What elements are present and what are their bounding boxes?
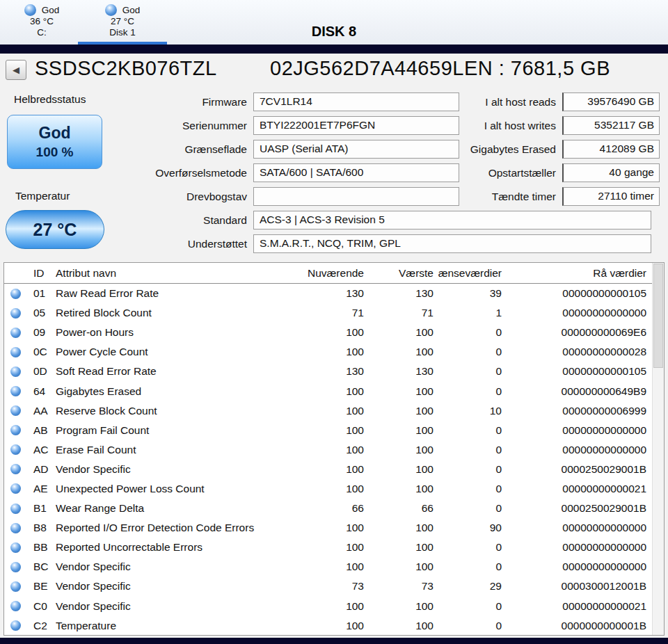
cell-raw: 000000000649B9 [504,385,652,398]
cell-id: 0D [29,365,54,378]
status-dot-icon [10,328,21,338]
health-status-button[interactable]: God 100 % [7,115,102,169]
disk-status-icon [24,4,36,16]
cell-id: BB [29,541,54,554]
cell-threshold: 0 [436,620,504,632]
cell-name: Power-on Hours [54,326,300,339]
cell-worst: 100 [366,483,436,495]
cell-worst: 100 [366,522,436,534]
cell-threshold: 0 [436,541,504,554]
cell-id: AE [29,483,54,495]
cell-name: Reported Uncorrectable Errors [54,541,300,554]
health-percent-value: 100 % [36,145,74,160]
info-label: I alt host reads [443,92,562,111]
status-dot-icon [10,347,21,357]
cell-current: 100 [300,600,366,613]
cell-raw: 000000000069E6 [504,326,652,339]
cell-id: AC [29,444,54,456]
cell-id: B1 [29,502,54,515]
disk-tab-status: God [122,5,141,16]
info-label: Drevbogstav [107,187,253,206]
table-row: 0D Soft Read Error Rate 130 130 0 000000… [4,362,652,381]
info-row: Tændte timer 27110 timer [443,187,660,206]
cell-threshold: 0 [436,600,504,613]
row-status-cell [4,308,29,319]
cell-current: 100 [300,620,366,632]
page-title: DISK 8 [0,24,668,40]
cell-raw: 00000000000021 [504,600,652,613]
cell-raw: 00000000000000 [504,444,652,456]
smart-attributes-table: ID Attribut navn Nuværende Værste ænsevæ… [3,262,665,636]
status-dot-icon [10,367,21,377]
row-status-cell [4,620,29,631]
cell-name: Reserve Block Count [54,405,300,417]
info-label: Tændte timer [443,187,562,206]
row-status-cell [4,562,29,572]
cell-id: 01 [29,287,54,300]
info-row: Gigabytes Erased 412089 GB [443,140,660,159]
scrollbar-thumb[interactable] [653,264,663,368]
cell-worst: 100 [366,463,436,476]
row-status-cell [4,444,29,455]
info-value: 7CV1LR14 [253,92,459,111]
status-dot-icon [10,405,21,416]
cell-raw: 00000000006999 [504,405,652,417]
table-scrollbar[interactable] [652,263,664,635]
cell-worst: 100 [366,326,436,339]
cell-raw: 00000000000000 [504,561,652,573]
cell-id: BC [29,561,54,573]
table-row: 01 Raw Read Error Rate 130 130 39 000000… [4,284,652,303]
drive-serial-capacity: 02JG562D7A44659LEN : 7681,5 GB [270,57,610,80]
back-button[interactable]: ◀ [6,60,26,80]
cell-worst: 71 [366,307,436,319]
row-status-cell [4,289,29,299]
status-dot-icon [10,601,21,611]
cell-current: 100 [300,522,366,534]
info-label: Overførselsmetode [107,163,253,182]
cell-id: BE [29,580,54,593]
cell-raw: 00000000000000 [504,424,652,437]
table-row: C0 Vendor Specific 100 100 0 00000000000… [4,597,652,616]
cell-current: 100 [300,405,366,417]
info-label: Grænseflade [107,140,253,159]
cell-raw: 00000000000105 [504,365,652,378]
smart-table-body: 01 Raw Read Error Rate 130 130 39 000000… [4,284,652,636]
cell-raw: 00000000000000 [504,307,652,319]
header-threshold: ænseværdier [436,263,504,283]
cell-current: 100 [300,561,366,573]
header-dot-spacer [4,263,29,283]
info-row: I alt host writes 5352117 GB [443,116,660,135]
cell-current: 130 [300,287,366,300]
cell-worst: 100 [366,346,436,358]
cell-id: AB [29,424,54,437]
status-dot-icon [10,620,21,631]
cell-threshold: 29 [436,580,504,593]
top-divider-bar [0,45,668,54]
table-row: B1 Wear Range Delta 66 66 0 000025002900… [4,499,652,518]
header-id: ID [29,263,54,283]
row-status-cell [4,386,29,396]
info-row: Opstartstæller 40 gange [443,163,660,182]
cell-worst: 100 [366,424,436,437]
cell-raw: 00000000000028 [504,346,652,358]
cell-id: 0C [29,346,54,358]
cell-current: 130 [300,365,366,378]
cell-raw: 0000000000001B [504,620,652,632]
health-status-label: Helbredsstatus [14,93,86,106]
cell-threshold: 0 [436,444,504,456]
cell-raw: 00000000000021 [504,483,652,495]
disk-tab-status: God [42,5,60,16]
cell-threshold: 0 [436,463,504,476]
status-dot-icon [10,425,21,435]
cell-id: 64 [29,385,54,398]
table-row: 05 Retired Block Count 71 71 1 000000000… [4,303,652,323]
table-row: BB Reported Uncorrectable Errors 100 100… [4,538,652,557]
status-dot-icon [10,289,21,299]
table-row: AC Erase Fail Count 100 100 0 0000000000… [4,440,652,460]
cell-threshold: 0 [436,346,504,358]
info-value: SATA/600 | SATA/600 [253,163,459,182]
disk-status-icon [105,4,117,16]
info-right-rows: I alt host reads 39576490 GB I alt host … [443,92,660,211]
cell-worst: 100 [366,444,436,456]
cell-threshold: 0 [436,424,504,437]
